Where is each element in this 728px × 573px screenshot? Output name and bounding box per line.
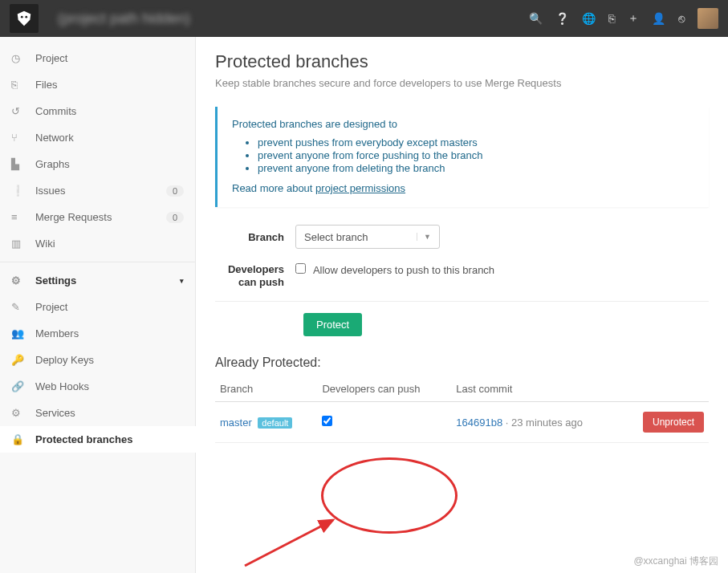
page-subtitle: Keep stable branches secure and force de… [215,77,709,89]
sidebar-item-label: Graphs [35,158,184,170]
protect-button[interactable]: Protect [303,313,362,336]
count-badge: 0 [166,212,184,223]
row-devpush-checkbox[interactable] [322,416,332,426]
globe-icon[interactable]: 🌐 [582,12,596,25]
copy-icon[interactable]: ⎘ [608,12,615,25]
already-protected-heading: Already Protected: [215,356,709,370]
svg-point-1 [25,16,27,18]
sidebar-item-files[interactable]: ⎘Files [0,71,195,98]
sidebar-item-label: Services [35,407,184,419]
protected-branches-table: BranchDevelopers can pushLast commit mas… [215,376,709,443]
sidebar-item-label: Commits [35,105,184,117]
commit-hash-link[interactable]: 164691b8 [456,417,502,429]
sidebar-icon: ▥ [11,238,35,250]
devpush-checkbox[interactable] [295,263,306,274]
branch-label: Branch [215,231,295,243]
sidebar: ◷Project⎘Files↺Commits⑂Network▙Graphs❕Is… [0,37,196,573]
table-row: master default164691b8 · 23 minutes agoU… [215,402,709,443]
sidebar-icon: ⑂ [11,132,35,144]
avatar[interactable] [697,8,718,29]
gears-icon: ⚙ [11,274,35,286]
info-point: prevent anyone from deleting the branch [258,162,694,174]
sidebar-item-label: Project [35,52,184,64]
sidebar-icon: ▙ [11,158,35,170]
sidebar-item-label: Project [35,301,184,313]
sidebar-icon: 🔗 [11,380,35,392]
sidebar-item-issues[interactable]: ❕Issues0 [0,177,195,204]
page-title: Protected branches [215,51,709,72]
topbar-actions: 🔍 ❔ 🌐 ⎘ ＋ 👤 ⎋ [529,8,718,29]
sidebar-icon: ◷ [11,52,35,64]
info-point: prevent anyone from force pushing to the… [258,149,694,161]
sidebar-item-label: Members [35,327,184,339]
branch-select[interactable]: Select branch ▼ [295,225,440,249]
devpush-label: Developers can push [215,263,295,288]
sidebar-icon: 👥 [11,327,35,339]
info-lead: Protected branches are designed to [232,118,694,130]
sidebar-item-wiki[interactable]: ▥Wiki [0,230,195,257]
chevron-down-icon: ▼ [417,233,431,241]
svg-point-0 [21,16,23,18]
help-icon[interactable]: ❔ [555,12,569,25]
sidebar-item-web-hooks[interactable]: 🔗Web Hooks [0,373,195,400]
sidebar-settings-header[interactable]: ⚙ Settings ▾ [0,267,195,294]
sidebar-item-protected-branches[interactable]: 🔒Protected branches [0,426,196,453]
sidebar-icon: ≡ [11,211,35,223]
sidebar-item-graphs[interactable]: ▙Graphs [0,151,195,177]
sidebar-item-label: Protected branches [35,433,184,445]
info-point: prevent pushes from everybody except mas… [258,136,694,148]
signout-icon[interactable]: ⎋ [678,12,685,25]
sidebar-item-label: Merge Requests [35,211,166,223]
devpush-checkbox-label: Allow developers to push to this branch [313,264,494,276]
sidebar-icon: ↺ [11,105,35,117]
sidebar-icon: ⎘ [11,79,35,91]
sidebar-item-services[interactable]: ⚙Services [0,400,195,426]
topbar: (project path hidden) 🔍 ❔ 🌐 ⎘ ＋ 👤 ⎋ [0,0,728,37]
sidebar-item-merge-requests[interactable]: ≡Merge Requests0 [0,204,195,230]
table-header: Developers can push [317,376,451,402]
commit-ago: · 23 minutes ago [506,417,583,429]
sidebar-icon: ⚙ [11,407,35,419]
default-badge: default [258,417,292,429]
sidebar-item-label: Network [35,132,184,144]
sidebar-item-network[interactable]: ⑂Network [0,124,195,151]
main-content: Protected branches Keep stable branches … [196,37,728,573]
devpush-row: Developers can push Allow developers to … [215,263,709,302]
sidebar-icon: 🔑 [11,354,35,366]
info-panel: Protected branches are designed to preve… [215,107,709,207]
unprotect-button[interactable]: Unprotect [643,412,704,433]
sidebar-icon: ✎ [11,301,35,313]
sidebar-item-label: Web Hooks [35,380,184,392]
sidebar-item-label: Deploy Keys [35,354,184,366]
branch-row: Branch Select branch ▼ [215,225,709,249]
table-header [620,376,709,402]
count-badge: 0 [166,185,184,197]
sidebar-icon: 🔒 [11,433,35,445]
table-header: Branch [215,376,317,402]
chevron-down-icon: ▾ [180,277,184,285]
app-logo[interactable] [10,4,39,33]
table-header: Last commit [451,376,620,402]
info-readmore: Read more about project permissions [232,182,694,194]
topbar-project-path[interactable]: (project path hidden) [58,10,190,27]
plus-icon[interactable]: ＋ [628,11,639,26]
branch-link[interactable]: master [220,417,252,429]
sidebar-item-project[interactable]: ◷Project [0,45,195,71]
settings-label: Settings [35,274,177,286]
project-permissions-link[interactable]: project permissions [315,182,405,194]
sidebar-divider [0,262,195,262]
sidebar-item-deploy-keys[interactable]: 🔑Deploy Keys [0,347,195,373]
search-icon[interactable]: 🔍 [529,12,543,25]
sidebar-item-label: Files [35,79,184,91]
sidebar-item-project[interactable]: ✎Project [0,294,195,320]
sidebar-item-label: Issues [35,185,166,197]
sidebar-icon: ❕ [11,185,35,197]
watermark: @xxcanghai 博客园 [633,555,718,568]
branch-select-value: Select branch [304,231,368,243]
sidebar-item-members[interactable]: 👥Members [0,320,195,347]
sidebar-item-commits[interactable]: ↺Commits [0,98,195,124]
user-icon[interactable]: 👤 [652,12,665,25]
sidebar-item-label: Wiki [35,238,184,250]
